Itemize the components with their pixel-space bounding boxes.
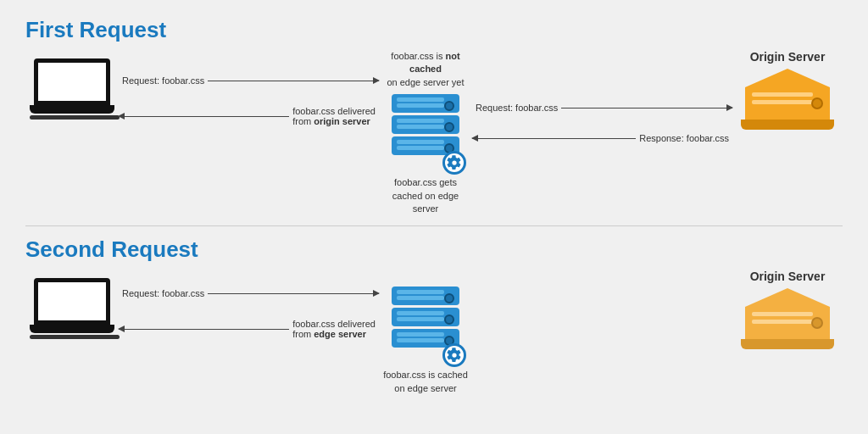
second-origin-mid (745, 307, 830, 339)
diagram: First Request Request: foobar.css (0, 0, 868, 434)
laptop-base (30, 105, 114, 114)
first-resp-from-origin: Response: foobar.css (472, 131, 732, 145)
second-req-label: Request: foobar.css (119, 288, 208, 298)
left-arrow-line-1 (119, 116, 289, 117)
section-divider (25, 225, 843, 226)
second-laptop-foot (30, 335, 120, 339)
first-resp-label: foobar.css deliveredfrom origin server (289, 106, 379, 126)
second-edge-server-stack (392, 287, 459, 360)
first-origin-title: Origin Server (750, 50, 826, 64)
first-arrow-response-from-edge: foobar.css deliveredfrom origin server (119, 104, 379, 128)
origin-bottom (741, 120, 834, 130)
first-arrows-right: Request: foobar.css Response: foobar.css (472, 101, 732, 145)
second-right-arrow (208, 293, 379, 294)
second-laptop-screen (34, 278, 110, 325)
second-arrow-resp: foobar.css deliveredfrom edge server (119, 317, 379, 341)
second-server-unit-1 (392, 287, 459, 305)
origin-mid (745, 87, 830, 120)
second-edge-server: foobar.css is cached on edge server (379, 270, 472, 395)
second-origin-body (745, 288, 830, 349)
first-origin-server: Origin Server (732, 50, 843, 130)
right-arrow-line-1 (208, 81, 379, 81)
first-req-origin-label: Request: foobar.css (472, 103, 561, 113)
server-unit-1 (392, 94, 459, 113)
second-origin-bottom (741, 339, 834, 349)
second-arrows-left: Request: foobar.css foobar.css delivered… (119, 287, 379, 341)
first-request-section: First Request Request: foobar.css (25, 17, 843, 215)
first-edge-bottom-label: foobar.css gets cached on edge server (379, 176, 472, 215)
second-request-row: Request: foobar.css foobar.css delivered… (25, 270, 843, 395)
first-resp-origin-label: Response: foobar.css (636, 133, 732, 143)
second-edge-server-badge (442, 343, 466, 367)
first-edge-server: foobar.css is not cachedon edge server y… (379, 50, 472, 215)
laptop-screen (34, 58, 110, 105)
second-left-arrow (119, 329, 289, 330)
first-request-row: Request: foobar.css foobar.css delivered… (25, 50, 843, 215)
first-req-label: Request: foobar.css (119, 75, 208, 86)
second-resp-label: foobar.css deliveredfrom edge server (289, 319, 379, 339)
edge-server-badge (442, 151, 466, 175)
left-arrow-line-2 (472, 138, 636, 139)
origin-top (745, 69, 830, 87)
second-laptop (25, 278, 119, 342)
first-arrow-request-to-edge: Request: foobar.css (119, 74, 379, 87)
second-origin-title: Origin Server (750, 270, 826, 283)
second-laptop-base (30, 325, 114, 333)
laptop-icon (30, 58, 114, 122)
second-origin-server: Origin Server (732, 270, 843, 349)
second-gear-icon (447, 348, 462, 363)
second-edge-bottom-label: foobar.css is cached on edge server (379, 369, 472, 395)
first-arrows-left: Request: foobar.css foobar.css delivered… (119, 74, 379, 128)
edge-server-stack (392, 94, 459, 168)
second-arrow-req: Request: foobar.css (119, 287, 379, 300)
second-origin-top (745, 288, 830, 307)
first-origin-body (745, 69, 830, 130)
first-req-to-origin: Request: foobar.css (472, 101, 732, 114)
first-request-title: First Request (25, 17, 843, 43)
laptop-foot (30, 115, 120, 120)
gear-icon (447, 155, 462, 170)
second-request-title: Second Request (25, 236, 843, 263)
server-unit-2 (392, 115, 459, 134)
second-server-unit-2 (392, 308, 459, 326)
first-laptop (25, 58, 119, 122)
second-request-section: Second Request Request: foobar.css (25, 236, 843, 395)
edge-top-label: foobar.css is not cachedon edge server y… (379, 50, 472, 89)
second-laptop-icon (30, 278, 114, 342)
right-arrow-line-2 (561, 108, 732, 108)
